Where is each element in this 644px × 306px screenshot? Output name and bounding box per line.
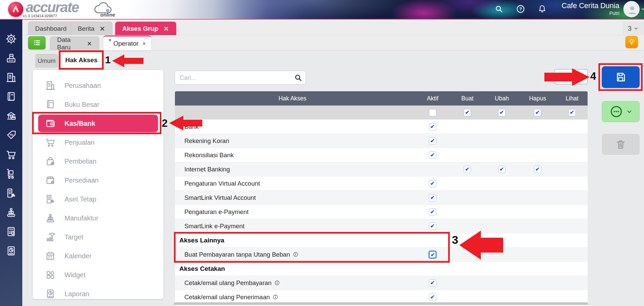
more-options-button[interactable] <box>602 101 640 122</box>
decorative-dot <box>106 9 109 12</box>
sidebar-cash-register-icon[interactable] <box>0 48 22 68</box>
close-icon[interactable] <box>143 42 146 45</box>
table-row-pengaturan-virtual-account: Pengaturan Virtual Account <box>175 176 588 191</box>
tab-umum[interactable]: Umum <box>35 54 58 68</box>
row-label: Akses Cetakan <box>179 262 225 276</box>
tab-dashboard[interactable]: Dashboard <box>28 22 74 35</box>
checkbox-aktif[interactable] <box>429 194 436 202</box>
info-icon <box>274 280 280 286</box>
sidebar-tax-icon[interactable]: TAX <box>0 222 22 241</box>
menu-item-widget[interactable]: Widget <box>33 265 163 284</box>
annotation-box-step2 <box>32 112 161 134</box>
checkbox-aktif[interactable] <box>429 123 436 131</box>
list-menu-button[interactable] <box>28 36 46 49</box>
logo-caret-icon <box>10 4 21 15</box>
calendar-icon <box>45 251 56 261</box>
checkbox-aktif[interactable] <box>429 208 436 216</box>
svg-text:Rp: Rp <box>10 133 14 136</box>
horizontal-scrollbar[interactable] <box>174 302 588 305</box>
checkbox-buat[interactable] <box>464 166 471 173</box>
sidebar-settings-icon[interactable] <box>0 29 22 48</box>
menu-item-label: Kalender <box>65 252 92 260</box>
checkbox-aktif[interactable] <box>429 293 436 301</box>
chevron-down-icon[interactable] <box>641 7 644 11</box>
table-row-internet-banking: Internet Banking <box>175 162 588 176</box>
menu-item-manufaktur[interactable]: Manufaktur <box>33 209 163 228</box>
menu-item-aset-tetap[interactable]: Aset Tetap <box>33 190 163 209</box>
svg-text:TAX: TAX <box>9 228 14 231</box>
sidebar-ledger-icon[interactable] <box>0 87 22 106</box>
sidebar-cart-icon[interactable] <box>0 145 22 164</box>
module-menu-panel: PerusahaanBuku BesarKas/BankPenjualanPem… <box>33 70 163 299</box>
checkbox-lihat-select-all[interactable] <box>568 109 576 116</box>
menu-item-buku-besar[interactable]: Buku Besar <box>33 95 163 114</box>
tab-berita[interactable]: Berita <box>71 22 112 35</box>
tab-overflow-counter[interactable]: 3 <box>622 22 644 35</box>
menu-item-persediaan[interactable]: Persediaan <box>33 171 163 190</box>
top-bar: accurate online v1.0.1#3414-928877 ? Caf… <box>0 0 644 19</box>
checkbox-aktif[interactable] <box>429 151 436 159</box>
row-label: SmartLink Virtual Account <box>184 191 256 205</box>
table-row-bank: Bank <box>175 120 588 134</box>
menu-item-label: Buku Besar <box>65 101 99 109</box>
checkbox-aktif[interactable] <box>429 137 436 145</box>
accurate-logo[interactable] <box>8 2 23 17</box>
annotation-box-step3 <box>174 232 450 263</box>
tab-count: 3 <box>628 25 632 32</box>
menu-item-penjualan[interactable]: Penjualan <box>33 133 163 152</box>
avatar[interactable] <box>623 1 640 17</box>
annotation-box-step4 <box>598 63 643 91</box>
search-icon[interactable] <box>494 4 504 14</box>
sidebar-bank-icon[interactable] <box>0 106 22 125</box>
menu-item-pembelian[interactable]: Pembelian <box>33 152 163 171</box>
annotation-arrow-1 <box>112 54 144 67</box>
access-rights-table: Hak AksesAktifBuatUbahHapusLihat BankRek… <box>175 91 588 304</box>
tab-label: Umum <box>38 57 56 65</box>
sidebar-asset-icon[interactable] <box>0 183 22 203</box>
checkbox-aktif[interactable] <box>429 279 436 287</box>
table-row-smartlink-e-payment: SmartLink e-Payment <box>175 219 588 233</box>
delete-button[interactable] <box>602 134 640 155</box>
checkbox-hapus-select-all[interactable] <box>534 109 541 116</box>
tab-data-baru[interactable]: Data Baru <box>50 37 99 50</box>
tab-operator[interactable]: * Operator <box>103 36 151 50</box>
tab-akses-grup[interactable]: Akses Grup <box>115 22 176 35</box>
menu-item-kalender[interactable]: Kalender <box>33 246 163 265</box>
search-input[interactable] <box>175 71 306 84</box>
checkbox-ubah-select-all[interactable] <box>498 109 506 116</box>
select-all-row <box>175 105 588 120</box>
menu-item-label: Laporan <box>65 290 89 298</box>
checkbox-aktif[interactable] <box>429 222 436 230</box>
sidebar-report-icon[interactable] <box>0 241 22 260</box>
search-icon[interactable] <box>294 73 303 82</box>
ledger-icon <box>45 99 56 110</box>
menu-item-perusahaan[interactable]: Perusahaan <box>33 76 163 95</box>
module-menu-list: PerusahaanBuku BesarKas/BankPenjualanPem… <box>33 76 163 299</box>
notifications-icon[interactable] <box>538 4 547 14</box>
checkbox-hapus[interactable] <box>534 166 541 173</box>
checkbox-ubah[interactable] <box>498 166 506 173</box>
info-icon <box>273 294 278 300</box>
checkbox-buat-select-all[interactable] <box>464 109 471 116</box>
close-icon[interactable] <box>163 26 169 32</box>
column-header-hak-akses: Hak Akses <box>265 91 319 105</box>
box-icon <box>45 175 56 186</box>
checkbox-aktif-select-all[interactable] <box>429 109 436 116</box>
close-icon[interactable] <box>87 41 92 47</box>
checkbox-aktif[interactable] <box>429 180 436 187</box>
svg-text:?: ? <box>519 6 522 11</box>
chevron-down-icon <box>634 26 639 31</box>
menu-item-target[interactable]: Target <box>33 228 163 246</box>
sidebar-trolley-icon[interactable] <box>0 164 22 183</box>
list-icon <box>32 38 42 47</box>
help-icon[interactable]: ? <box>516 4 525 14</box>
table-row-smartlink-virtual-account: SmartLink Virtual Account <box>175 191 588 205</box>
menu-item-label: Widget <box>65 271 85 279</box>
tips-button[interactable] <box>625 36 638 48</box>
close-icon[interactable] <box>99 26 105 32</box>
sidebar-price-tag-icon[interactable]: Rp <box>0 125 22 145</box>
sidebar-manufacture-icon[interactable] <box>0 203 22 222</box>
table-row-rekonsiliasi-bank: Rekonsiliasi Bank <box>175 148 588 162</box>
sidebar-company-icon[interactable] <box>0 68 22 87</box>
menu-item-laporan[interactable]: Laporan <box>33 284 163 299</box>
